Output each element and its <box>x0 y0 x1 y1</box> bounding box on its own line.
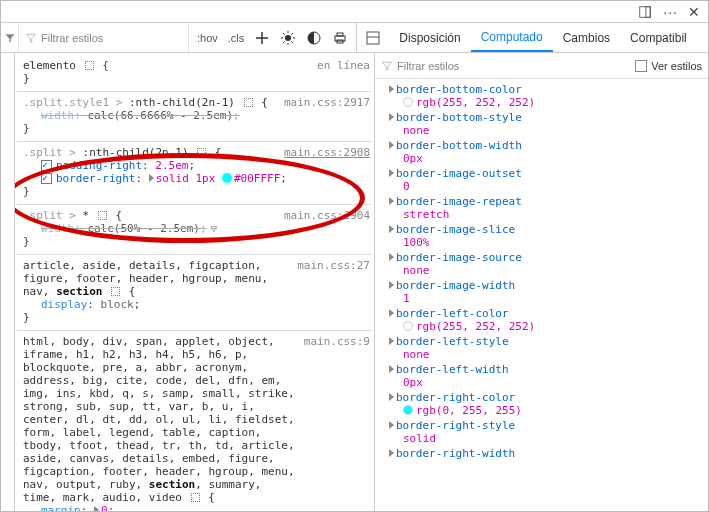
computed-property[interactable]: border-right-stylesolid <box>389 419 704 445</box>
css-declaration[interactable]: margin: 0; <box>23 504 370 511</box>
toggle-checkbox[interactable] <box>41 160 52 171</box>
svg-point-2 <box>285 35 291 41</box>
theme-light-icon[interactable] <box>280 30 296 46</box>
svg-line-9 <box>283 41 285 43</box>
computed-property[interactable]: border-right-colorrgb(0, 255, 255) <box>389 391 704 417</box>
computed-property[interactable]: border-image-repeatstretch <box>389 195 704 221</box>
source-link[interactable]: main.css:2917 <box>284 96 370 109</box>
css-declaration[interactable]: display: block; <box>23 298 370 311</box>
source-link[interactable]: main.css:9 <box>304 335 370 504</box>
computed-property[interactable]: border-bottom-width0px <box>389 139 704 165</box>
tab-disposición[interactable]: Disposición <box>389 23 470 52</box>
css-selector[interactable]: .split > :nth-child(2n-1) { <box>23 146 221 159</box>
computed-property[interactable]: border-right-width <box>389 447 704 460</box>
hov-toggle[interactable]: :hov <box>197 32 218 44</box>
element-rule: elemento { <box>23 59 109 72</box>
svg-rect-0 <box>640 6 651 17</box>
ver-estilos-checkbox[interactable]: Ver estilos <box>635 60 702 72</box>
computed-property[interactable]: border-image-slice100% <box>389 223 704 249</box>
source-link[interactable]: main.css:2908 <box>284 146 370 159</box>
computed-property[interactable]: border-left-stylenone <box>389 335 704 361</box>
computed-property[interactable]: border-bottom-colorrgb(255, 252, 252) <box>389 83 704 109</box>
tab-cambios[interactable]: Cambios <box>553 23 620 52</box>
theme-dark-icon[interactable] <box>306 30 322 46</box>
svg-line-8 <box>292 41 294 43</box>
close-icon[interactable]: ✕ <box>688 4 700 20</box>
print-sim-icon[interactable] <box>332 30 348 46</box>
css-selector[interactable]: html, body, div, span, applet, object, i… <box>23 335 304 504</box>
css-selector[interactable]: .split > * { <box>23 209 122 222</box>
filter-styles-right[interactable]: Filtrar estilos <box>381 60 459 72</box>
source-link[interactable]: main.css:27 <box>297 259 370 298</box>
more-icon[interactable]: ··· <box>663 4 678 20</box>
computed-property[interactable]: border-image-width1 <box>389 279 704 305</box>
css-declaration[interactable]: border-right: solid 1px #00FFFF; <box>23 172 370 185</box>
computed-property[interactable]: border-left-colorrgb(255, 252, 252) <box>389 307 704 333</box>
css-selector[interactable]: .split.style1 > :nth-child(2n-1) { <box>23 96 268 109</box>
grid-icon <box>85 61 94 70</box>
tab-computado[interactable]: Computado <box>471 23 553 52</box>
funnel-icon[interactable]: ▽ <box>207 222 218 235</box>
funnel-icon <box>381 60 393 72</box>
svg-rect-15 <box>367 32 379 44</box>
layout-panel-icon[interactable] <box>365 30 381 46</box>
css-declaration[interactable]: width: calc(50% - 2.5em);▽ <box>23 222 370 235</box>
add-rule-icon[interactable] <box>254 30 270 46</box>
inline-label: en línea <box>317 59 370 72</box>
filter-placeholder: Filtrar estilos <box>41 32 103 44</box>
css-selector[interactable]: article, aside, details, figcaption, fig… <box>23 259 297 298</box>
svg-rect-13 <box>337 33 343 36</box>
svg-line-10 <box>292 33 294 35</box>
svg-rect-1 <box>646 6 650 17</box>
computed-property[interactable]: border-image-sourcenone <box>389 251 704 277</box>
computed-property[interactable]: border-bottom-stylenone <box>389 111 704 137</box>
funnel-icon[interactable] <box>1 23 19 52</box>
css-declaration[interactable]: width: calc(66.6666% - 2.5em); <box>23 109 370 122</box>
filter-styles-left[interactable]: Filtrar estilos <box>19 23 189 52</box>
computed-property[interactable]: border-left-width0px <box>389 363 704 389</box>
funnel-icon <box>25 32 37 44</box>
cls-toggle[interactable]: .cls <box>228 32 245 44</box>
computed-property[interactable]: border-image-outset0 <box>389 167 704 193</box>
dock-icon[interactable] <box>637 4 653 20</box>
tab-compatibil[interactable]: Compatibil <box>620 23 697 52</box>
css-declaration[interactable]: padding-right: 2.5em; <box>23 159 370 172</box>
toggle-checkbox[interactable] <box>41 173 52 184</box>
svg-line-7 <box>283 33 285 35</box>
source-link[interactable]: main.css:2904 <box>284 209 370 222</box>
